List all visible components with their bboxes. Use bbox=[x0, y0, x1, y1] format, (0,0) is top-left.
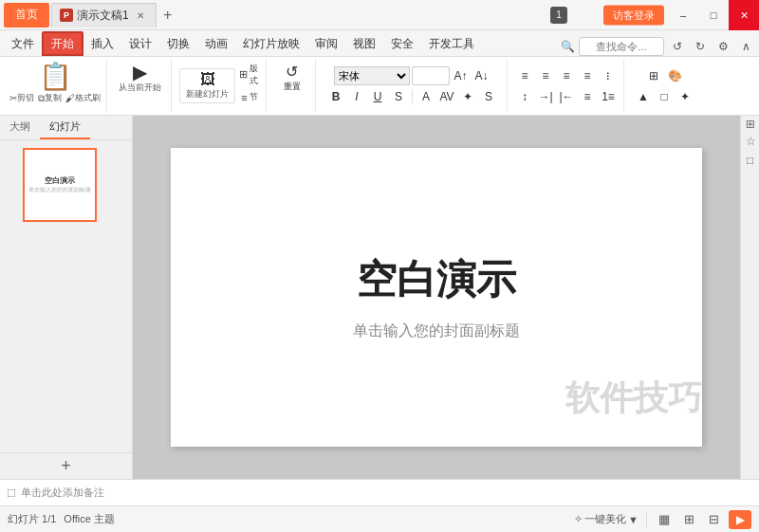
slide-canvas[interactable]: 空白演示 单击输入您的封面副标题 bbox=[171, 148, 702, 447]
strikethrough-button[interactable]: S bbox=[389, 87, 408, 106]
right-panel-icon-1[interactable]: ⊞ bbox=[742, 119, 759, 129]
notes-placeholder[interactable]: 单击此处添加备注 bbox=[21, 486, 104, 500]
underline-button[interactable]: U bbox=[368, 87, 387, 106]
ribbon-tab-transition[interactable]: 切换 bbox=[159, 31, 197, 56]
ribbon-tab-insert[interactable]: 插入 bbox=[83, 31, 121, 56]
cut-button[interactable]: ✂ 剪切 bbox=[9, 92, 34, 104]
view-sorter-button[interactable]: ⊟ bbox=[704, 510, 723, 529]
ribbon-icon-redo[interactable]: ↻ bbox=[691, 37, 710, 56]
font-size-down-button[interactable]: A↓ bbox=[472, 66, 491, 85]
slide-subtitle-text[interactable]: 单击输入您的封面副标题 bbox=[353, 321, 520, 341]
line-spacing-button[interactable]: ↕ bbox=[515, 87, 534, 106]
reset-icon: ↺ bbox=[286, 63, 298, 81]
paste-button[interactable]: 📋 bbox=[39, 61, 72, 92]
ribbon-tab-design[interactable]: 设计 bbox=[121, 31, 159, 56]
slide-thumbnail-1[interactable]: 空白演示 单击输入您的封面副标题 bbox=[23, 148, 97, 222]
bullets-button[interactable]: ≡ bbox=[578, 87, 597, 106]
beautify-btn[interactable]: ✧ 一键美化 ▼ bbox=[574, 512, 639, 526]
align-left-button[interactable]: ≡ bbox=[515, 66, 534, 85]
shape-effect-button[interactable]: ✦ bbox=[676, 87, 694, 106]
start-from-current-button[interactable]: ▶ 从当前开始 bbox=[115, 61, 165, 96]
left-panel-tabs: 大纲 幻灯片 bbox=[0, 116, 132, 140]
tab-document[interactable]: P 演示文稿1 ✕ bbox=[51, 3, 157, 28]
layout-button[interactable]: ⊞ 版式 bbox=[239, 64, 260, 85]
arrange-button[interactable]: ⊞ bbox=[644, 66, 663, 85]
notification-badge: 1 bbox=[550, 7, 567, 24]
app-container: 首页 P 演示文稿1 ✕ + 1 访客登录 – □ ✕ 文件 开始 插入 设计 … bbox=[0, 0, 759, 532]
indent-more-button[interactable]: →| bbox=[536, 87, 555, 106]
ribbon-tab-security[interactable]: 安全 bbox=[383, 31, 421, 56]
new-slide-button[interactable]: 🖼 新建幻灯片 bbox=[179, 68, 235, 103]
ribbon-tab-slideshow[interactable]: 幻灯片放映 bbox=[235, 31, 307, 56]
beautify-icon: ✧ bbox=[574, 513, 583, 525]
ribbon-tab-developer[interactable]: 开发工具 bbox=[421, 31, 482, 56]
thumb-subtitle: 单击输入您的封面副标题 bbox=[28, 186, 91, 194]
shadow-button[interactable]: S bbox=[479, 87, 498, 106]
numbering-button[interactable]: 1≡ bbox=[599, 87, 618, 106]
separator-1 bbox=[412, 89, 413, 104]
format-painter-button[interactable]: 🖌 格式刷 bbox=[65, 92, 101, 104]
ribbon-tab-animation[interactable]: 动画 bbox=[197, 31, 235, 56]
drawing-row-2: ▲ □ ✦ bbox=[634, 87, 694, 106]
paragraph-row-2: ↕ →| |← ≡ 1≡ bbox=[515, 87, 618, 106]
align-center-button[interactable]: ≡ bbox=[536, 66, 555, 85]
slide-main-area[interactable]: 空白演示 单击输入您的封面副标题 软件技巧 bbox=[133, 116, 740, 479]
slides-tab[interactable]: 幻灯片 bbox=[40, 116, 90, 139]
maximize-button[interactable]: □ bbox=[698, 0, 729, 30]
slide-thumbnails-list: 1 空白演示 单击输入您的封面副标题 bbox=[0, 140, 132, 452]
visit-login-button[interactable]: 访客登录 bbox=[603, 5, 664, 25]
font-family-select[interactable]: 宋体 bbox=[334, 66, 410, 85]
font-group: 宋体 0 A↑ A↓ B I U S A AV ✦ S bbox=[318, 59, 508, 113]
align-right-button[interactable]: ≡ bbox=[557, 66, 576, 85]
minimize-button[interactable]: – bbox=[668, 0, 698, 30]
ribbon-tab-review[interactable]: 审阅 bbox=[307, 31, 345, 56]
font-size-input[interactable]: 0 bbox=[412, 66, 450, 85]
new-slide-group: 🖼 新建幻灯片 ⊞ 版式 ≡ 节 bbox=[174, 59, 267, 113]
new-slide-icon: 🖼 bbox=[200, 71, 215, 88]
indent-less-button[interactable]: |← bbox=[557, 87, 576, 106]
text-effect-button[interactable]: ✦ bbox=[458, 87, 477, 106]
tab-close-button[interactable]: ✕ bbox=[133, 8, 148, 23]
view-outline-button[interactable]: ⊞ bbox=[679, 510, 698, 529]
paste-group: 📋 ✂ 剪切 ⧉ 复制 🖌 格式刷 bbox=[4, 59, 107, 113]
drawing-group: ⊞ 🎨 ▲ □ ✦ bbox=[626, 59, 702, 113]
font-size-up-button[interactable]: A↑ bbox=[452, 66, 471, 85]
add-slide-button[interactable]: + bbox=[0, 452, 132, 479]
shape-fill-button[interactable]: ▲ bbox=[634, 87, 653, 106]
notes-bar: □ 单击此处添加备注 bbox=[0, 479, 759, 505]
align-justify-button[interactable]: ≡ bbox=[578, 66, 597, 85]
ribbon-search-input[interactable] bbox=[579, 37, 664, 56]
section-button[interactable]: ≡ 节 bbox=[239, 87, 260, 108]
columns-button[interactable]: ⫶ bbox=[599, 66, 618, 85]
ribbon-tab-start[interactable]: 开始 bbox=[42, 31, 83, 56]
copy-button[interactable]: ⧉ 复制 bbox=[38, 92, 62, 104]
ribbon-icon-settings[interactable]: ⚙ bbox=[713, 37, 732, 56]
theme-info: Office 主题 bbox=[64, 512, 115, 526]
ribbon-icon-undo[interactable]: ↺ bbox=[668, 37, 687, 56]
quick-style-button[interactable]: 🎨 bbox=[665, 66, 684, 85]
right-panel: ⊞ ☆ □ bbox=[740, 116, 759, 479]
new-slide-label: 新建幻灯片 bbox=[186, 88, 229, 101]
char-spacing-button[interactable]: AV bbox=[437, 87, 456, 106]
reset-group: ↺ 重置 bbox=[268, 59, 316, 113]
ribbon-icon-collapse[interactable]: ∧ bbox=[736, 37, 755, 56]
reset-button[interactable]: ↺ 重置 bbox=[280, 61, 305, 95]
tab-home[interactable]: 首页 bbox=[4, 3, 49, 28]
right-panel-icon-2[interactable]: ☆ bbox=[742, 135, 759, 148]
shape-outline-button[interactable]: □ bbox=[655, 87, 674, 106]
right-panel-icon-3[interactable]: □ bbox=[742, 154, 759, 167]
outline-tab[interactable]: 大纲 bbox=[0, 116, 40, 139]
ribbon-tab-view[interactable]: 视图 bbox=[345, 31, 383, 56]
font-color-button[interactable]: A bbox=[417, 87, 435, 106]
ribbon-tabs-bar: 文件 开始 插入 设计 切换 动画 幻灯片放映 审阅 视图 安全 开发工具 🔍 … bbox=[0, 30, 759, 57]
new-tab-button[interactable]: + bbox=[157, 4, 179, 27]
bold-button[interactable]: B bbox=[326, 87, 345, 106]
italic-button[interactable]: I bbox=[347, 87, 366, 106]
play-slideshow-button[interactable]: ▶ bbox=[729, 510, 751, 529]
font-row-2: B I U S A AV ✦ S bbox=[326, 87, 498, 106]
slide-title-text[interactable]: 空白演示 bbox=[357, 253, 516, 306]
ribbon-tab-file[interactable]: 文件 bbox=[4, 31, 42, 56]
thumb-title: 空白演示 bbox=[45, 175, 75, 186]
close-button[interactable]: ✕ bbox=[729, 0, 759, 30]
view-normal-button[interactable]: ▦ bbox=[655, 510, 674, 529]
